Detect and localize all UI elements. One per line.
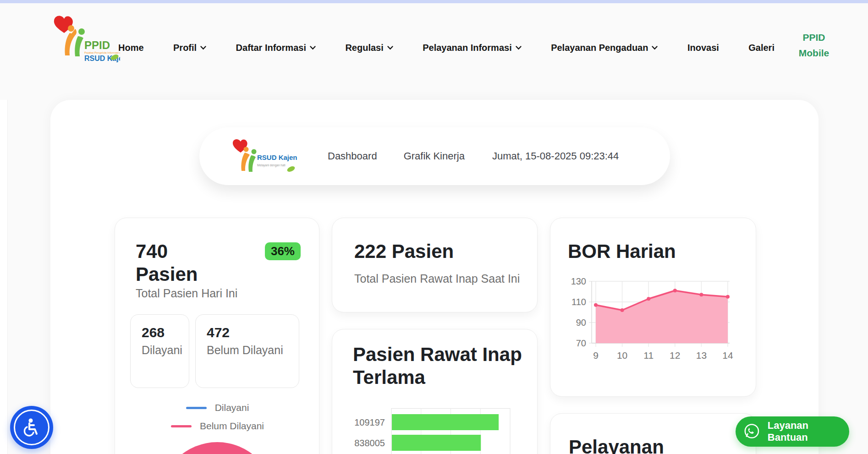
nav-home-label: Home bbox=[118, 43, 144, 53]
svg-text:838005: 838005 bbox=[354, 438, 385, 448]
chevron-down-icon bbox=[652, 46, 658, 50]
whatsapp-label: Layanan Bantuan bbox=[768, 420, 849, 443]
pelayanan-title: Pelayanan bbox=[569, 436, 664, 454]
ppid-mobile-line1: PPID bbox=[788, 30, 840, 45]
card-pelayanan: Pelayanan bbox=[550, 413, 756, 454]
whatsapp-icon bbox=[742, 421, 762, 442]
svg-text:PPID: PPID bbox=[84, 39, 110, 51]
nav-regulasi[interactable]: Regulasi bbox=[345, 43, 393, 53]
chevron-down-icon bbox=[387, 46, 393, 50]
whatsapp-help-button[interactable]: Layanan Bantuan bbox=[736, 416, 849, 447]
stat-dilayani-label: Dilayani bbox=[142, 343, 189, 357]
toolbar-link-dashboard[interactable]: Dashboard bbox=[328, 150, 377, 162]
rawat-inap-terlama-bar-chart: 109197838005 bbox=[351, 408, 511, 454]
today-total-value: 740 Pasien bbox=[136, 240, 218, 285]
card-total-pasien-hari-ini: 740 Pasien 36% Total Pasien Hari Ini 268… bbox=[115, 218, 319, 454]
legend-belum-dilayani-swatch bbox=[171, 425, 192, 427]
nav-home[interactable]: Home bbox=[118, 43, 144, 53]
dashboard-page: PPID Pejabat Pengelola Informasi dan Dok… bbox=[0, 0, 868, 454]
svg-text:11: 11 bbox=[643, 350, 654, 361]
card-rawat-inap-terlama: Pasien Rawat Inap Terlama 109197838005 bbox=[332, 329, 538, 454]
nav-pelayanan-informasi-label: Pelayanan Informasi bbox=[423, 43, 512, 53]
card-total-rawat-inap: 222 Pasien Total Pasien Rawat Inap Saat … bbox=[332, 218, 538, 312]
svg-text:130: 130 bbox=[571, 276, 586, 286]
nav-pelayanan-pengaduan[interactable]: Pelayanan Pengaduan bbox=[551, 43, 658, 53]
inpatient-subtitle: Total Pasien Rawat Inap Saat Ini bbox=[354, 272, 520, 285]
nav-daftar-informasi[interactable]: Daftar Informasi bbox=[236, 43, 316, 53]
today-card-header: 740 Pasien 36% bbox=[136, 240, 301, 285]
stat-belum-dilayani-label: Belum Dilayani bbox=[207, 343, 299, 357]
left-edge-strip bbox=[0, 100, 8, 454]
nav-ppid-mobile[interactable]: PPID Mobile bbox=[788, 30, 840, 61]
ppid-rsud-logo[interactable]: PPID Pejabat Pengelola Informasi dan Dok… bbox=[51, 11, 120, 66]
toolbar-link-grafik-kinerja[interactable]: Grafik Kinerja bbox=[404, 150, 465, 162]
ppid-mobile-line2: Mobile bbox=[788, 45, 840, 61]
nav-inovasi-label: Inovasi bbox=[687, 43, 719, 53]
stat-belum-dilayani-value: 472 bbox=[207, 325, 299, 340]
svg-text:110: 110 bbox=[571, 297, 586, 307]
svg-text:Pejabat Pengelola Informasi da: Pejabat Pengelola Informasi dan Dokument… bbox=[84, 51, 120, 54]
rsud-kajen-logo: RSUD Kajen Melayani dengan hati bbox=[229, 134, 297, 178]
accessibility-button[interactable] bbox=[10, 406, 53, 449]
svg-text:Melayani dengan hati: Melayani dengan hati bbox=[257, 164, 286, 167]
accessibility-ring bbox=[14, 410, 49, 445]
svg-text:90: 90 bbox=[576, 317, 586, 328]
toolbar-datetime: Jumat, 15-08-2025 09:23:44 bbox=[492, 150, 619, 162]
nav-galeri[interactable]: Galeri bbox=[748, 43, 775, 53]
stat-dilayani-value: 268 bbox=[142, 325, 189, 340]
svg-text:13: 13 bbox=[696, 350, 707, 361]
today-percent-badge: 36% bbox=[265, 242, 301, 260]
longest-title: Pasien Rawat Inap Terlama bbox=[353, 343, 525, 388]
nav-daftar-informasi-label: Daftar Informasi bbox=[236, 43, 306, 53]
main-navigation: Home Profil Daftar Informasi Regulasi Pe… bbox=[118, 43, 775, 53]
pie-legend: Dilayani Belum Dilayani bbox=[115, 402, 320, 432]
bor-title: BOR Harian bbox=[568, 240, 676, 263]
nav-galeri-label: Galeri bbox=[748, 43, 775, 53]
svg-text:12: 12 bbox=[670, 350, 680, 361]
dashboard-toolbar: RSUD Kajen Melayani dengan hati Dashboar… bbox=[199, 127, 670, 185]
svg-text:109197: 109197 bbox=[354, 417, 385, 427]
pasien-pie-chart bbox=[160, 442, 275, 454]
top-accent-bar bbox=[0, 0, 868, 3]
svg-text:70: 70 bbox=[576, 338, 586, 348]
chevron-down-icon bbox=[310, 46, 316, 50]
chevron-down-icon bbox=[200, 46, 206, 50]
site-header: PPID Pejabat Pengelola Informasi dan Dok… bbox=[0, 3, 868, 93]
nav-pelayanan-pengaduan-label: Pelayanan Pengaduan bbox=[551, 43, 648, 53]
legend-belum-dilayani-label: Belum Dilayani bbox=[200, 421, 264, 432]
stat-dilayani: 268 Dilayani bbox=[130, 314, 189, 388]
chevron-down-icon bbox=[516, 46, 522, 50]
bor-harian-area-chart: 709011013091011121314 bbox=[564, 275, 735, 376]
legend-dilayani-label: Dilayani bbox=[215, 402, 249, 413]
today-subtitle: Total Pasien Hari Ini bbox=[136, 287, 237, 300]
ppid-logo-graphic: PPID Pejabat Pengelola Informasi dan Dok… bbox=[51, 11, 120, 66]
nav-profil[interactable]: Profil bbox=[173, 43, 206, 53]
svg-text:RSUD Kajen: RSUD Kajen bbox=[257, 153, 297, 161]
svg-text:14: 14 bbox=[722, 350, 733, 361]
stat-belum-dilayani: 472 Belum Dilayani bbox=[195, 314, 299, 388]
inpatient-value: 222 Pasien bbox=[354, 240, 454, 263]
svg-text:9: 9 bbox=[593, 350, 599, 361]
legend-dilayani-swatch bbox=[186, 407, 207, 409]
legend-row-dilayani[interactable]: Dilayani bbox=[186, 402, 249, 413]
card-bor-harian: BOR Harian 709011013091011121314 bbox=[550, 218, 756, 397]
nav-pelayanan-informasi[interactable]: Pelayanan Informasi bbox=[423, 43, 522, 53]
svg-text:10: 10 bbox=[617, 350, 627, 361]
legend-row-belum-dilayani[interactable]: Belum Dilayani bbox=[171, 421, 264, 432]
nav-regulasi-label: Regulasi bbox=[345, 43, 383, 53]
nav-inovasi[interactable]: Inovasi bbox=[687, 43, 719, 53]
nav-profil-label: Profil bbox=[173, 43, 197, 53]
wheelchair-icon bbox=[21, 417, 42, 438]
